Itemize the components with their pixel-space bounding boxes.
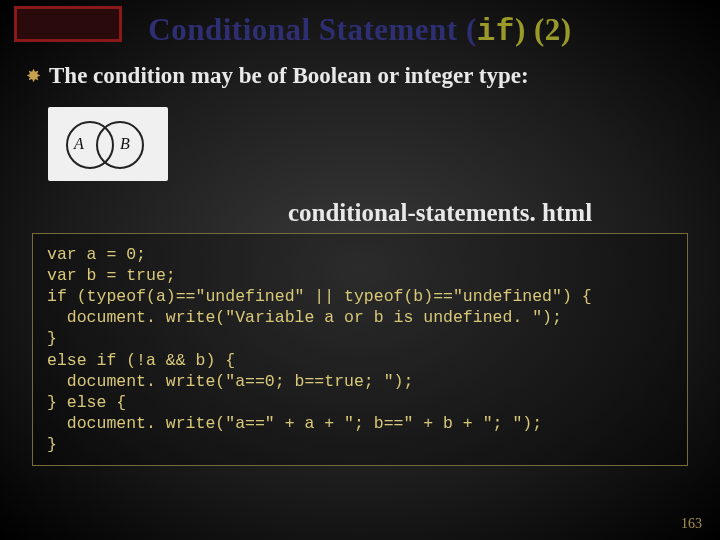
venn-label-b: B — [120, 135, 130, 153]
code-block: var a = 0; var b = true; if (typeof(a)==… — [32, 233, 688, 466]
slide: Conditional Statement (if) (2) ✸ The con… — [0, 0, 720, 540]
venn-label-a: A — [74, 135, 84, 153]
slide-title: Conditional Statement (if) (2) — [22, 8, 698, 49]
title-suffix: ) (2) — [515, 12, 572, 47]
title-keyword: if — [477, 14, 515, 49]
bullet-text: The condition may be of Boolean or integ… — [49, 63, 529, 89]
accent-box — [14, 6, 122, 42]
bullet-row: ✸ The condition may be of Boolean or int… — [26, 63, 698, 89]
code-caption: conditional-statements. html — [22, 199, 698, 227]
venn-diagram: A B — [48, 107, 168, 181]
title-prefix: Conditional Statement ( — [148, 12, 476, 47]
bullet-icon: ✸ — [26, 67, 41, 85]
page-number: 163 — [681, 516, 702, 532]
